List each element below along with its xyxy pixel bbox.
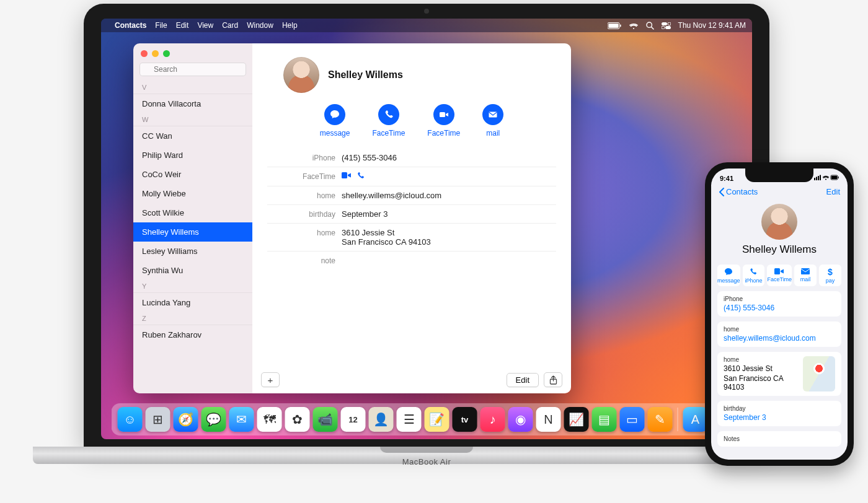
svg-rect-6: [668, 22, 671, 25]
section-header: Y: [133, 280, 252, 293]
contact-row[interactable]: Philip Ward: [133, 146, 252, 165]
ios-contact-avatar[interactable]: [761, 204, 797, 240]
field-address[interactable]: home 3610 Jessie St San Francisco CA 941…: [267, 223, 556, 251]
ios-status-icons: [814, 175, 839, 182]
contact-avatar[interactable]: [283, 57, 319, 93]
menubar-datetime[interactable]: Thu Nov 12 9:41 AM: [678, 21, 746, 30]
svg-rect-13: [342, 172, 347, 178]
contacts-list[interactable]: VDonna VillacortaWCC WanPhilip WardCoCo …: [133, 81, 252, 393]
macbook-base: MacBook Air: [33, 447, 820, 464]
menubar-app[interactable]: Contacts: [115, 21, 146, 30]
fullscreen-button[interactable]: [163, 50, 170, 57]
action-label: FaceTime: [427, 129, 460, 138]
ios-back-button[interactable]: Contacts: [719, 187, 758, 196]
dock-numbers-icon[interactable]: ▤: [592, 407, 617, 432]
spotlight-icon[interactable]: [646, 21, 654, 30]
share-button[interactable]: [544, 372, 562, 387]
contact-row[interactable]: Scott Wilkie: [133, 203, 252, 222]
dock-maps-icon[interactable]: 🗺: [257, 407, 282, 432]
phone-icon: [378, 104, 399, 125]
control-center-icon[interactable]: [662, 21, 671, 30]
ios-field-birthday[interactable]: birthday September 3: [717, 401, 841, 426]
contact-name: Shelley Willems: [328, 69, 403, 81]
contact-row[interactable]: Ruben Zakharov: [133, 325, 252, 344]
contact-row[interactable]: Lesley Williams: [133, 242, 252, 261]
ios-action-iPhone[interactable]: iPhone: [743, 265, 765, 286]
dock-photos-icon[interactable]: ✿: [285, 407, 310, 432]
contact-row[interactable]: Lucinda Yang: [133, 293, 252, 312]
dock-pages-icon[interactable]: ✎: [648, 407, 673, 432]
dock-finder-icon[interactable]: ☺: [118, 407, 143, 432]
minimize-button[interactable]: [152, 50, 159, 57]
add-contact-button[interactable]: +: [261, 372, 280, 387]
dock-stocks-icon[interactable]: 📈: [564, 407, 589, 432]
menu-file[interactable]: File: [155, 21, 167, 30]
contact-row[interactable]: Donna Villacorta: [133, 94, 252, 113]
field-phone[interactable]: iPhone (415) 555-3046: [267, 149, 556, 167]
field-value: [342, 256, 556, 265]
menu-card[interactable]: Card: [222, 21, 238, 30]
field-label: note: [267, 256, 335, 265]
dock-keynote-icon[interactable]: ▭: [620, 407, 645, 432]
action-facetime-audio[interactable]: FaceTime: [372, 104, 405, 138]
dock-podcasts-icon[interactable]: ◉: [508, 407, 533, 432]
dock-calendar-icon[interactable]: 12: [341, 407, 366, 432]
dock-music-icon[interactable]: ♪: [480, 407, 505, 432]
field-note[interactable]: note: [267, 251, 556, 269]
battery-icon[interactable]: [608, 21, 621, 30]
svg-line-4: [651, 27, 653, 30]
ios-field-notes[interactable]: Notes: [717, 431, 841, 447]
ios-actions: messageiPhoneFaceTimemail$pay: [717, 265, 841, 286]
menu-view[interactable]: View: [197, 21, 213, 30]
ios-field-address[interactable]: home 3610 Jessie St San Francisco CA 941…: [717, 352, 841, 396]
contact-row[interactable]: Shelley Willems: [133, 222, 252, 242]
dock-news-icon[interactable]: N: [536, 407, 561, 432]
contact-row[interactable]: Synthia Wu: [133, 261, 252, 280]
dock-mail-icon[interactable]: ✉: [229, 407, 254, 432]
dock-tv-icon[interactable]: tv: [453, 407, 477, 432]
dock-facetime-icon[interactable]: 📹: [313, 407, 338, 432]
menubar: Contacts File Edit View Card Window Help: [101, 19, 752, 32]
contact-row[interactable]: CoCo Weir: [133, 165, 252, 184]
field-email[interactable]: home shelley.willems@icloud.com: [267, 186, 556, 204]
ios-action-message[interactable]: message: [717, 265, 740, 286]
field-label: iPhone: [267, 153, 335, 162]
dock: ☺⊞🧭💬✉🗺✿📹12👤☰📝tv♪◉N📈▤▭✎A⚙: [112, 403, 742, 435]
search-input[interactable]: [140, 63, 246, 76]
ios-edit-button[interactable]: Edit: [826, 187, 840, 196]
dock-messages-icon[interactable]: 💬: [202, 407, 226, 432]
dock-contacts-icon[interactable]: 👤: [369, 407, 394, 432]
dock-safari-icon[interactable]: 🧭: [174, 407, 198, 432]
action-mail[interactable]: mail: [482, 104, 503, 138]
menu-edit[interactable]: Edit: [176, 21, 189, 30]
facetime-video-icon[interactable]: [342, 172, 352, 182]
action-message[interactable]: message: [320, 104, 350, 138]
dock-appstore-icon[interactable]: A: [683, 407, 708, 432]
dock-reminders-icon[interactable]: ☰: [397, 407, 422, 432]
menu-help[interactable]: Help: [282, 21, 298, 30]
field-facetime[interactable]: FaceTime: [267, 167, 556, 186]
action-facetime-video[interactable]: FaceTime: [427, 104, 460, 138]
contact-row[interactable]: CC Wan: [133, 126, 252, 146]
dock-notes-icon[interactable]: 📝: [425, 407, 450, 432]
ios-action-FaceTime[interactable]: FaceTime: [767, 265, 792, 286]
edit-button[interactable]: Edit: [507, 373, 539, 387]
ios-action-pay[interactable]: $pay: [819, 265, 841, 286]
menu-window[interactable]: Window: [247, 21, 273, 30]
svg-rect-1: [608, 24, 618, 28]
close-button[interactable]: [141, 50, 148, 57]
svg-rect-16: [816, 177, 817, 181]
dock-launchpad-icon[interactable]: ⊞: [146, 407, 170, 432]
mail-icon: [482, 104, 503, 125]
ios-action-mail[interactable]: mail: [794, 265, 817, 286]
facetime-audio-icon[interactable]: [356, 172, 365, 182]
contact-row[interactable]: Molly Wiebe: [133, 184, 252, 203]
svg-rect-17: [818, 176, 819, 180]
section-header: Z: [133, 312, 252, 325]
field-birthday[interactable]: birthday September 3: [267, 204, 556, 223]
ios-field-email[interactable]: home shelley.willems@icloud.com: [717, 321, 841, 347]
field-value: September 3: [342, 209, 556, 219]
map-thumbnail[interactable]: [803, 356, 835, 391]
wifi-icon[interactable]: [629, 21, 639, 30]
ios-field-phone[interactable]: iPhone (415) 555-3046: [717, 291, 841, 317]
